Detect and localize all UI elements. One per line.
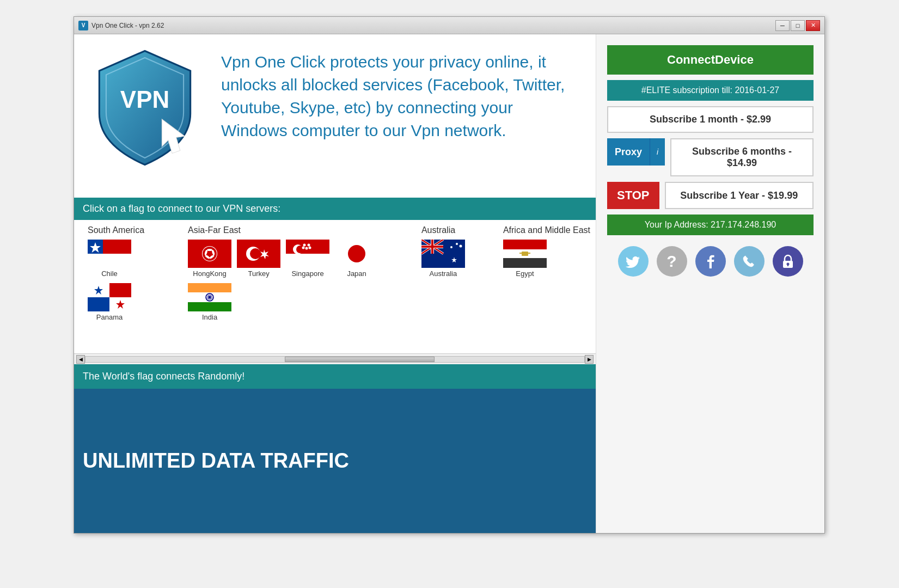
svg-point-31 (302, 247, 305, 249)
australia-flags: Australia (421, 240, 487, 278)
window-controls: ─ □ ✕ (775, 20, 820, 31)
svg-rect-64 (503, 258, 547, 268)
social-icons-row: ? (607, 241, 814, 282)
flag-item-japan[interactable]: Japan (335, 240, 378, 278)
titlebar: V Vpn One Click - vpn 2.62 ─ □ ✕ (74, 17, 824, 34)
region-australia: Australia (413, 225, 495, 321)
right-panel: ConnectDevice #ELITE subscription till: … (596, 34, 824, 533)
flag-label-egypt: Egypt (516, 270, 534, 278)
south-america-flags: Chile (88, 240, 172, 321)
svg-rect-65 (522, 252, 528, 256)
scrollbar-thumb[interactable] (285, 357, 435, 362)
svg-rect-57 (431, 240, 433, 254)
subscribe-1year-button[interactable]: Subscribe 1 Year - $19.99 (665, 182, 814, 209)
subscribe-1month-button[interactable]: Subscribe 1 month - $2.99 (607, 106, 814, 133)
svg-rect-7 (109, 283, 131, 297)
phone-icon-button[interactable] (734, 246, 765, 277)
svg-text:VPN: VPN (120, 86, 169, 113)
maximize-button[interactable]: □ (791, 20, 805, 31)
flag-label-hongkong: HongKong (193, 270, 226, 278)
servers-content: South America Chile (79, 225, 590, 321)
svg-point-30 (305, 247, 308, 250)
twitter-icon-button[interactable] (618, 246, 649, 277)
africa-flags: Egypt (503, 240, 582, 278)
window-title: Vpn One Click - vpn 2.62 (91, 22, 775, 29)
proxy-row: Proxy i (607, 138, 665, 166)
flag-item-singapore[interactable]: Singapore (286, 240, 329, 278)
svg-rect-35 (188, 283, 231, 292)
proxy-label: Proxy (615, 146, 642, 158)
region-title-africa: Africa and Middle East (503, 225, 582, 235)
svg-point-61 (456, 243, 458, 245)
stop-button[interactable]: STOP (607, 182, 659, 209)
header-description: Vpn One Click protects your privacy onli… (210, 45, 585, 187)
svg-rect-24 (286, 240, 329, 254)
flag-label-india: India (202, 313, 217, 321)
svg-rect-37 (188, 302, 231, 311)
flag-item-australia[interactable]: Australia (421, 240, 465, 278)
main-window: V Vpn One Click - vpn 2.62 ─ □ ✕ (74, 16, 825, 534)
svg-point-14 (203, 247, 217, 261)
svg-point-32 (309, 247, 311, 249)
flag-label-panama: Panama (96, 313, 123, 321)
flag-item-hongkong[interactable]: HongKong (188, 240, 231, 278)
world-banner: The World's flag connects Randomly! (74, 364, 596, 389)
main-content: VPN Vpn One Click protects your privacy … (74, 34, 824, 533)
scrollbar-track[interactable] (85, 356, 585, 363)
header-area: VPN Vpn One Click protects your privacy … (74, 34, 596, 198)
svg-point-15 (207, 249, 212, 251)
region-africa: Africa and Middle East (495, 225, 590, 321)
scroll-left-arrow[interactable]: ◀ (76, 355, 85, 364)
svg-rect-25 (286, 254, 329, 268)
flag-label-singapore: Singapore (291, 270, 323, 278)
svg-rect-8 (88, 297, 109, 311)
svg-point-59 (459, 245, 462, 248)
app-icon: V (78, 21, 88, 30)
region-south-america: South America Chile (79, 225, 180, 321)
flag-item-chile[interactable]: Chile (88, 240, 131, 278)
close-button[interactable]: ✕ (806, 20, 820, 31)
flag-label-japan: Japan (347, 270, 366, 278)
vpn-logo: VPN (85, 45, 210, 176)
flag-label-chile: Chile (101, 270, 118, 278)
svg-rect-66 (519, 253, 522, 254)
flag-item-panama[interactable]: Panama (88, 283, 131, 321)
region-title-south-america: South America (88, 225, 172, 235)
svg-point-28 (303, 244, 306, 247)
left-panel: VPN Vpn One Click protects your privacy … (74, 34, 596, 533)
svg-point-34 (348, 245, 365, 262)
flag-label-turkey: Turkey (248, 270, 269, 278)
connect-device-button[interactable]: ConnectDevice (607, 45, 814, 75)
facebook-icon-button[interactable] (695, 246, 726, 277)
proxy-subscribe-row: Proxy i Subscribe 6 months - $14.99 (607, 138, 814, 176)
help-icon-button[interactable]: ? (657, 246, 687, 277)
subscribe-6months-button[interactable]: Subscribe 6 months - $14.99 (670, 138, 814, 176)
svg-point-22 (250, 248, 261, 259)
region-title-australia: Australia (421, 225, 487, 235)
flag-item-turkey[interactable]: Turkey (237, 240, 280, 278)
svg-rect-62 (503, 240, 547, 249)
svg-rect-3 (88, 254, 131, 268)
svg-point-60 (450, 246, 452, 248)
region-asia: Asia-Far East (180, 225, 413, 321)
asia-flags: HongKong Turkey (188, 240, 405, 321)
stop-subscribe-row: STOP Subscribe 1 Year - $19.99 (607, 182, 814, 209)
ip-address-bar: Your Ip Address: 217.174.248.190 (607, 215, 814, 235)
svg-rect-70 (787, 264, 788, 266)
servers-scroll-area[interactable]: South America Chile (74, 220, 596, 353)
minimize-button[interactable]: ─ (775, 20, 790, 31)
flag-label-australia: Australia (430, 270, 457, 278)
proxy-info-button[interactable]: i (650, 138, 665, 166)
flag-item-egypt[interactable]: Egypt (503, 240, 547, 278)
svg-point-29 (308, 244, 310, 247)
lock-icon-button[interactable] (773, 246, 803, 277)
horizontal-scrollbar[interactable]: ◀ ▶ (74, 353, 596, 364)
flag-item-india[interactable]: India (188, 283, 231, 321)
scroll-right-arrow[interactable]: ▶ (585, 355, 594, 364)
traffic-banner: UNLIMITED DATA TRAFFIC (74, 389, 596, 533)
proxy-button[interactable]: Proxy (607, 138, 650, 166)
region-title-asia: Asia-Far East (188, 225, 405, 235)
servers-header: Click on a flag to connect to our VPN se… (74, 198, 596, 220)
svg-rect-67 (528, 253, 530, 254)
elite-subscription-bar: #ELITE subscription till: 2016-01-27 (607, 80, 814, 101)
